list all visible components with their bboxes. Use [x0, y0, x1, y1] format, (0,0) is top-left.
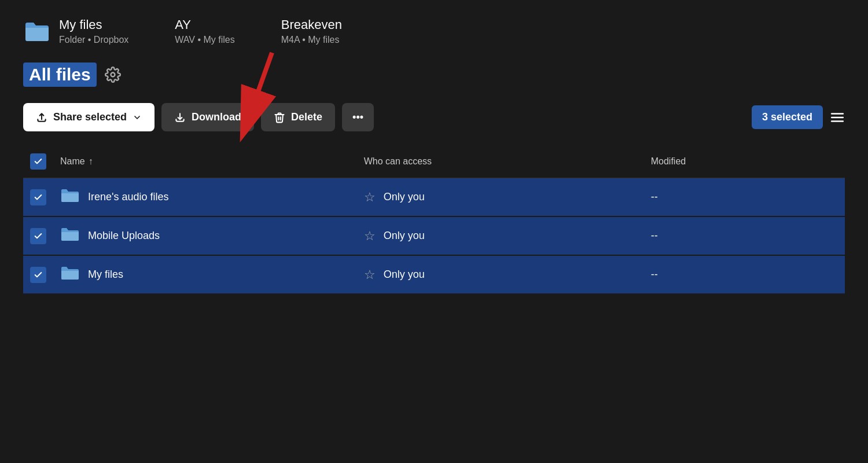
row-modified-cell: -- [644, 255, 845, 294]
row-checkbox-cell[interactable] [23, 255, 53, 294]
check-icon [34, 270, 43, 280]
folder-icon [23, 20, 51, 43]
file-table-body: Irene's audio files ☆ Only you -- [23, 178, 845, 295]
col-access-header: Who can access [357, 145, 644, 178]
toolbar: Share selected Download Delete ••• 3 [23, 103, 845, 131]
gear-button[interactable] [105, 67, 121, 83]
file-table: Name ↑ Who can access Modified [23, 145, 845, 295]
row-name-cell: Mobile Uploads [53, 216, 357, 255]
row-name-cell: Irene's audio files [53, 178, 357, 217]
row-access-cell: ☆ Only you [357, 216, 644, 255]
share-icon [36, 112, 47, 123]
star-icon[interactable]: ☆ [364, 190, 376, 205]
select-all-header[interactable] [23, 145, 53, 178]
row-name-cell: My files [53, 255, 357, 294]
more-options-button[interactable]: ••• [342, 103, 374, 131]
row-access-cell: ☆ Only you [357, 178, 644, 217]
download-button[interactable]: Download [161, 103, 254, 131]
breadcrumb-item-myfiles[interactable]: My files Folder • Dropbox [23, 17, 128, 45]
col-name-header[interactable]: Name ↑ [53, 145, 357, 178]
table-row[interactable]: Irene's audio files ☆ Only you -- [23, 178, 845, 217]
main-content: All files Share selected Download [0, 57, 868, 306]
breadcrumb-text-ay: AY WAV • My files [175, 17, 234, 45]
col-modified-header: Modified [644, 145, 845, 178]
breadcrumb-item-ay[interactable]: AY WAV • My files [175, 17, 234, 45]
folder-icon [60, 226, 80, 245]
table-row[interactable]: My files ☆ Only you -- [23, 255, 845, 294]
delete-button[interactable]: Delete [261, 103, 335, 131]
breadcrumb-text-breakeven: Breakeven M4A • My files [281, 17, 342, 45]
row-modified-cell: -- [644, 216, 845, 255]
table-row[interactable]: Mobile Uploads ☆ Only you -- [23, 216, 845, 255]
row-checkbox-1[interactable] [30, 189, 46, 205]
breadcrumb-text-myfiles: My files Folder • Dropbox [59, 17, 128, 45]
row-checkbox-cell[interactable] [23, 178, 53, 217]
folder-icon [60, 188, 80, 207]
download-icon [174, 112, 186, 123]
star-icon[interactable]: ☆ [364, 229, 376, 244]
check-icon [34, 157, 43, 166]
chevron-down-icon [133, 113, 142, 122]
table-header-row: Name ↑ Who can access Modified [23, 145, 845, 178]
trash-icon [274, 112, 285, 123]
view-toggle-button[interactable] [830, 110, 845, 125]
breadcrumb-area: My files Folder • Dropbox AY WAV • My fi… [0, 0, 868, 57]
row-checkbox-3[interactable] [30, 267, 46, 283]
row-modified-cell: -- [644, 178, 845, 217]
breadcrumb-item-breakeven[interactable]: Breakeven M4A • My files [281, 17, 342, 45]
section-title: All files [23, 63, 97, 87]
file-table-wrapper: Name ↑ Who can access Modified [23, 145, 845, 295]
row-access-cell: ☆ Only you [357, 255, 644, 294]
select-all-checkbox[interactable] [30, 153, 46, 170]
section-header: All files [23, 63, 845, 87]
star-icon[interactable]: ☆ [364, 267, 376, 282]
selected-count-badge: 3 selected [752, 105, 823, 129]
row-checkbox-cell[interactable] [23, 216, 53, 255]
list-view-icon [830, 110, 845, 125]
row-checkbox-2[interactable] [30, 228, 46, 244]
folder-icon [60, 265, 80, 284]
gear-icon [105, 67, 121, 83]
check-icon [34, 193, 43, 202]
check-icon [34, 232, 43, 241]
share-selected-button[interactable]: Share selected [23, 103, 155, 131]
annotation-arrow [226, 41, 295, 159]
